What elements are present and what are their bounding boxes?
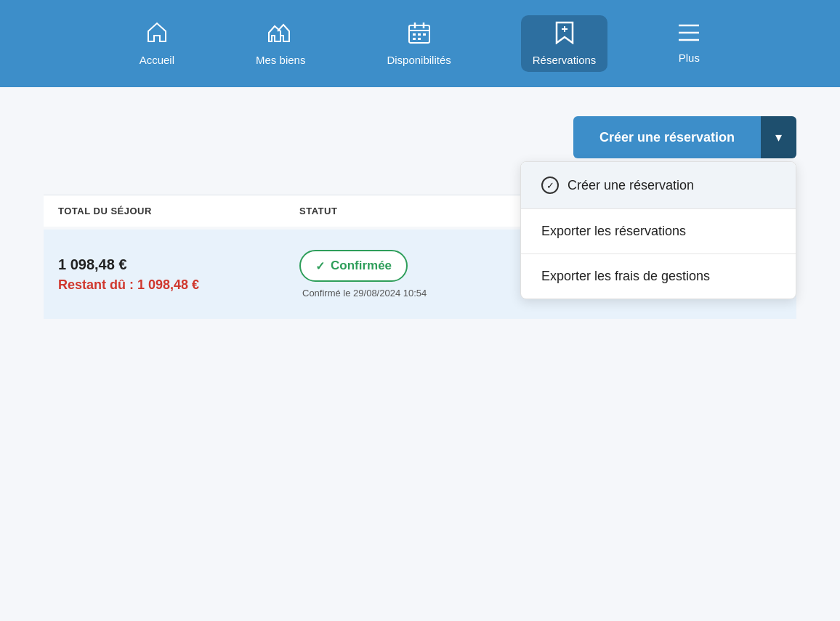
nav-item-reservations[interactable]: Réservations xyxy=(521,15,608,72)
mes-biens-icon xyxy=(267,21,294,48)
dropdown-item-exporter-frais[interactable]: Exporter les frais de gestions xyxy=(521,254,796,299)
nav-item-mes-biens[interactable]: Mes biens xyxy=(244,15,317,72)
status-label: Confirmée xyxy=(331,259,392,273)
navbar: Accueil Mes biens Disponibilités xyxy=(0,0,840,87)
nav-label-disponibilites: Disponibilités xyxy=(387,54,451,66)
svg-rect-8 xyxy=(418,38,421,40)
svg-rect-4 xyxy=(413,33,416,36)
svg-rect-5 xyxy=(418,33,421,36)
create-reservation-group: Créer une réservation ▾ ✓ Créer une rése… xyxy=(573,116,796,158)
dropdown-toggle-button[interactable]: ▾ xyxy=(761,116,796,158)
amount-total: 1 098,48 € xyxy=(58,256,299,273)
svg-rect-6 xyxy=(423,33,426,36)
dropdown-item-exporter-reservations-label: Exporter les réservations xyxy=(541,224,686,239)
main-content: Créer une réservation ▾ ✓ Créer une rése… xyxy=(0,87,840,319)
checkmark-circle-icon: ✓ xyxy=(541,176,559,194)
nav-label-plus: Plus xyxy=(679,52,700,64)
status-badge: ✓ Confirmée xyxy=(299,250,408,282)
nav-item-plus[interactable]: Plus xyxy=(666,17,712,70)
chevron-down-icon: ▾ xyxy=(775,130,782,145)
dropdown-item-exporter-reservations[interactable]: Exporter les réservations xyxy=(521,209,796,253)
check-icon: ✓ xyxy=(315,259,325,273)
dropdown-item-exporter-frais-label: Exporter les frais de gestions xyxy=(541,269,710,284)
nav-label-accueil: Accueil xyxy=(140,54,174,66)
dropdown-item-creer[interactable]: ✓ Créer une réservation xyxy=(521,162,796,208)
amount-cell: 1 098,48 € Restant dû : 1 098,48 € xyxy=(58,256,299,293)
dropdown-item-creer-label: Créer une réservation xyxy=(568,178,694,193)
nav-item-accueil[interactable]: Accueil xyxy=(128,15,186,72)
dropdown-menu: ✓ Créer une réservation Exporter les rés… xyxy=(520,161,796,299)
header-statut: STATUT xyxy=(299,206,541,216)
nav-item-disponibilites[interactable]: Disponibilités xyxy=(375,15,462,72)
create-reservation-button[interactable]: Créer une réservation xyxy=(573,116,761,158)
home-icon xyxy=(145,21,169,48)
header-total: TOTAL DU SÉJOUR xyxy=(58,206,299,216)
nav-label-mes-biens: Mes biens xyxy=(256,54,305,66)
action-bar: Créer une réservation ▾ ✓ Créer une rése… xyxy=(44,116,796,173)
status-date: Confirmé le 29/08/2024 10:54 xyxy=(299,288,541,299)
amount-due: Restant dû : 1 098,48 € xyxy=(58,277,299,293)
status-cell: ✓ Confirmée Confirmé le 29/08/2024 10:54 xyxy=(299,250,541,299)
calendar-icon xyxy=(408,21,431,48)
svg-rect-7 xyxy=(413,38,416,40)
nav-label-reservations: Réservations xyxy=(533,54,597,66)
bookmark-icon xyxy=(555,21,574,48)
menu-icon xyxy=(677,23,700,46)
